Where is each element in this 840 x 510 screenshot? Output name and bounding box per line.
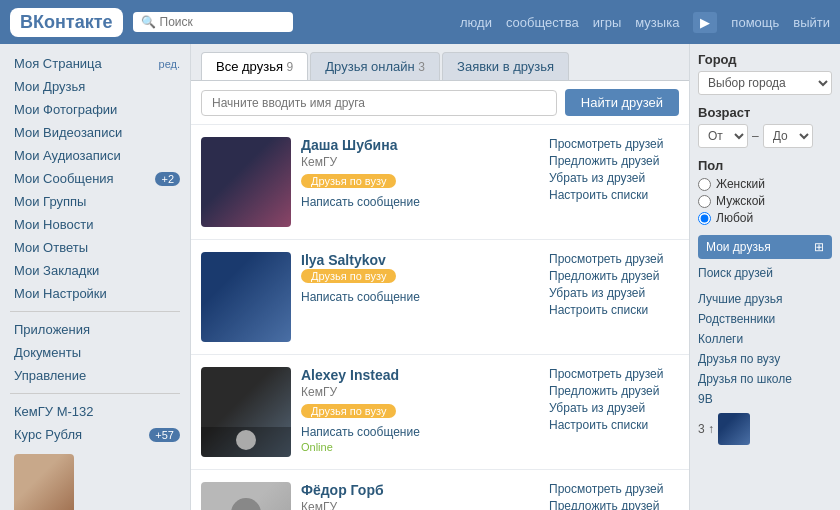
logo-text: ВКонтакте	[20, 12, 113, 32]
sidebar-item-photos[interactable]: Мои Фотографии	[0, 98, 190, 121]
sidebar-item-manage[interactable]: Управление	[0, 364, 190, 387]
sidebar-label-groups: Мои Группы	[14, 194, 180, 209]
friends-search-input[interactable]	[201, 90, 557, 116]
city-label: Город	[698, 52, 832, 67]
sidebar-item-bookmarks[interactable]: Мои Закладки	[0, 259, 190, 282]
friend-avatar-2[interactable]	[201, 367, 291, 457]
content-area: Все друзья 9 Друзья онлайн 3 Заявки в др…	[190, 44, 690, 510]
friend-name-3[interactable]: Фёдор Горб	[301, 482, 539, 498]
sidebar-item-kurs[interactable]: Курс Рубля +57	[0, 423, 190, 446]
messages-badge: +2	[155, 172, 180, 186]
friend-action-2-1[interactable]: Предложить друзей	[549, 384, 679, 398]
sidebar-item-mypage[interactable]: Моя Страница ред.	[0, 52, 190, 75]
friend-action-2-2[interactable]: Убрать из друзей	[549, 401, 679, 415]
city-select[interactable]: Выбор города	[698, 71, 832, 95]
gender-male-radio[interactable]	[698, 195, 711, 208]
right-link-class[interactable]: 9В	[698, 389, 832, 409]
sidebar-item-answers[interactable]: Мои Ответы	[0, 236, 190, 259]
right-mini-section: 3 ↑	[698, 413, 832, 445]
sidebar-label-docs: Документы	[14, 345, 180, 360]
gender-filter: Пол Женский Мужской Любой	[698, 158, 832, 225]
friend-action-1-2[interactable]: Убрать из друзей	[549, 286, 679, 300]
tab-requests[interactable]: Заявки в друзья	[442, 52, 569, 80]
right-link-search[interactable]: Поиск друзей	[698, 263, 832, 283]
friend-message-2[interactable]: Написать сообщение	[301, 425, 539, 439]
find-friends-button[interactable]: Найти друзей	[565, 89, 679, 116]
nav-music[interactable]: музыка	[635, 15, 679, 30]
friend-action-1-0[interactable]: Просмотреть друзей	[549, 252, 679, 266]
sidebar-item-videos[interactable]: Мои Видеозаписи	[0, 121, 190, 144]
nav-people[interactable]: люди	[460, 15, 492, 30]
header: ВКонтакте 🔍 люди сообщества игры музыка …	[0, 0, 840, 44]
friend-avatar-3[interactable]	[201, 482, 291, 510]
nav-games[interactable]: игры	[593, 15, 622, 30]
friend-actions-1: Просмотреть друзей Предложить друзей Убр…	[549, 252, 679, 317]
sidebar-item-apps[interactable]: Приложения	[0, 318, 190, 341]
right-link-best[interactable]: Лучшие друзья	[698, 289, 832, 309]
friend-name-2[interactable]: Alexey Instead	[301, 367, 539, 383]
sidebar-item-kemgu[interactable]: КемГУ М-132	[0, 400, 190, 423]
sidebar-item-friends[interactable]: Мои Друзья	[0, 75, 190, 98]
tab-all-count: 9	[287, 60, 294, 74]
friend-tag-0[interactable]: Друзья по вузу	[301, 174, 396, 188]
right-link-university[interactable]: Друзья по вузу	[698, 349, 832, 369]
friend-name-0[interactable]: Даша Шубина	[301, 137, 539, 153]
kurs-badge: +57	[149, 428, 180, 442]
logo[interactable]: ВКонтакте	[10, 8, 123, 37]
tab-requests-label: Заявки в друзья	[457, 59, 554, 74]
sidebar-label-audio: Мои Аудиозаписи	[14, 148, 180, 163]
friend-name-1[interactable]: Ilya Saltykov	[301, 252, 539, 268]
my-friends-button[interactable]: Мои друзья ⊞	[698, 235, 832, 259]
friend-card-3: Фёдор Горб КемГУ Друзья по школе 9В 11В …	[191, 470, 689, 510]
sidebar-item-news[interactable]: Мои Новости	[0, 213, 190, 236]
friend-action-3-0[interactable]: Просмотреть друзей	[549, 482, 679, 496]
friend-info-1: Ilya Saltykov Друзья по вузу Написать со…	[301, 252, 539, 304]
friend-avatar-0[interactable]	[201, 137, 291, 227]
header-search-input[interactable]	[160, 15, 290, 29]
friend-action-3-1[interactable]: Предложить друзей	[549, 499, 679, 510]
sidebar-edit-link[interactable]: ред.	[159, 58, 180, 70]
right-avatar-mini[interactable]	[718, 413, 750, 445]
friend-action-0-1[interactable]: Предложить друзей	[549, 154, 679, 168]
gender-male-label: Мужской	[716, 194, 765, 208]
tab-all-friends[interactable]: Все друзья 9	[201, 52, 308, 80]
gender-female-radio[interactable]	[698, 178, 711, 191]
friend-avatar-1[interactable]	[201, 252, 291, 342]
sidebar-item-audio[interactable]: Мои Аудиозаписи	[0, 144, 190, 167]
nav-communities[interactable]: сообщества	[506, 15, 579, 30]
friend-action-2-0[interactable]: Просмотреть друзей	[549, 367, 679, 381]
sidebar-item-docs[interactable]: Документы	[0, 341, 190, 364]
sidebar-label-photos: Мои Фотографии	[14, 102, 180, 117]
friend-actions-0: Просмотреть друзей Предложить друзей Убр…	[549, 137, 679, 202]
friend-tag-1[interactable]: Друзья по вузу	[301, 269, 396, 283]
friend-action-0-3[interactable]: Настроить списки	[549, 188, 679, 202]
friend-action-0-0[interactable]: Просмотреть друзей	[549, 137, 679, 151]
gender-any-radio[interactable]	[698, 212, 711, 225]
right-link-relatives[interactable]: Родственники	[698, 309, 832, 329]
sidebar-item-messages[interactable]: Мои Сообщения +2	[0, 167, 190, 190]
friend-action-2-3[interactable]: Настроить списки	[549, 418, 679, 432]
friend-tag-2[interactable]: Друзья по вузу	[301, 404, 396, 418]
sidebar-label-bookmarks: Мои Закладки	[14, 263, 180, 278]
search-icon: 🔍	[141, 15, 156, 29]
friend-uni-0: КемГУ	[301, 155, 539, 169]
nav-logout[interactable]: выйти	[793, 15, 830, 30]
friend-action-0-2[interactable]: Убрать из друзей	[549, 171, 679, 185]
age-to-select[interactable]: До	[763, 124, 813, 148]
sidebar-avatar	[14, 454, 176, 510]
sidebar-divider-2	[10, 393, 180, 394]
sidebar-label-manage: Управление	[14, 368, 180, 383]
age-from-select[interactable]: От	[698, 124, 748, 148]
sidebar-item-groups[interactable]: Мои Группы	[0, 190, 190, 213]
right-link-colleagues[interactable]: Коллеги	[698, 329, 832, 349]
friend-action-1-1[interactable]: Предложить друзей	[549, 269, 679, 283]
tabs-bar: Все друзья 9 Друзья онлайн 3 Заявки в др…	[191, 44, 689, 81]
more-button[interactable]: ▶	[693, 12, 717, 33]
tab-online-friends[interactable]: Друзья онлайн 3	[310, 52, 440, 80]
right-link-school[interactable]: Друзья по школе	[698, 369, 832, 389]
sidebar-item-settings[interactable]: Мои Настройки	[0, 282, 190, 305]
friend-message-0[interactable]: Написать сообщение	[301, 195, 539, 209]
nav-help[interactable]: помощь	[731, 15, 779, 30]
friend-action-1-3[interactable]: Настроить списки	[549, 303, 679, 317]
friend-message-1[interactable]: Написать сообщение	[301, 290, 539, 304]
